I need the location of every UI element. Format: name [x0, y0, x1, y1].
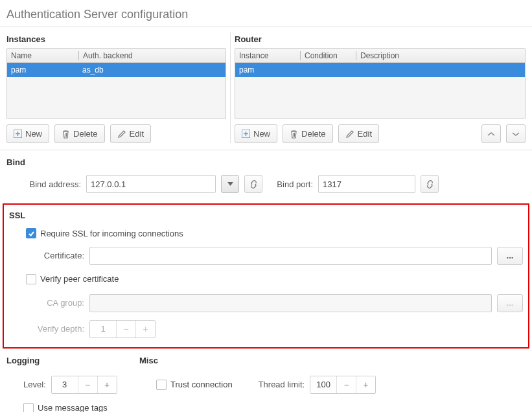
- ssl-cert-label: Certificate:: [26, 251, 84, 260]
- bind-address-input[interactable]: [86, 175, 216, 193]
- spin-minus-button[interactable]: −: [336, 376, 356, 393]
- router-new-button[interactable]: New: [235, 124, 277, 143]
- page-title: Authentication Server configuration: [0, 0, 532, 27]
- btn-label: Delete: [73, 129, 98, 139]
- checkbox-label: Trust connection: [170, 380, 233, 389]
- checkbox-label: Verify peer certificate: [40, 274, 119, 284]
- spin-plus-button[interactable]: +: [356, 376, 375, 393]
- router-header: Instance Condition Description: [235, 49, 525, 63]
- table-row[interactable]: pam as_db: [7, 63, 226, 77]
- col-backend[interactable]: Auth. backend: [79, 49, 226, 62]
- btn-label: Delete: [301, 129, 326, 139]
- trash-icon: [290, 130, 298, 139]
- col-description[interactable]: Description: [356, 49, 525, 62]
- instances-title: Instances: [6, 32, 226, 48]
- ssl-depth-input: [90, 321, 116, 338]
- ssl-cagroup-input: [89, 294, 492, 312]
- ssl-cagroup-browse-button: ...: [497, 294, 523, 312]
- chevron-up-icon: [487, 132, 495, 137]
- spin-minus-button: −: [116, 321, 135, 338]
- spin-plus-button[interactable]: +: [97, 376, 117, 393]
- router-grid[interactable]: Instance Condition Description pam: [235, 48, 526, 119]
- instances-new-button[interactable]: New: [6, 124, 49, 143]
- link-icon: [425, 179, 435, 189]
- bind-address-label: Bind address:: [19, 179, 81, 189]
- btn-label: New: [253, 129, 270, 139]
- trash-icon: [62, 130, 70, 139]
- chevron-down-icon: [512, 132, 520, 137]
- checkbox-label: Use message tags: [38, 403, 108, 412]
- bind-address-dropdown[interactable]: [221, 175, 239, 193]
- table-row[interactable]: pam: [235, 63, 525, 77]
- ssl-cert-input[interactable]: [89, 247, 492, 265]
- cell-condition: [300, 63, 355, 77]
- logging-tags-checkbox[interactable]: Use message tags: [23, 403, 108, 413]
- bind-port-input[interactable]: [318, 175, 415, 193]
- ssl-depth-spinner: − +: [89, 320, 156, 338]
- router-move-up-button[interactable]: [481, 124, 501, 143]
- btn-label: Edit: [358, 129, 372, 139]
- logging-level-spinner[interactable]: − +: [51, 376, 117, 394]
- col-name[interactable]: Name: [7, 49, 78, 62]
- router-move-down-button[interactable]: [506, 124, 526, 143]
- bind-address-link-button[interactable]: [244, 175, 262, 193]
- cell-backend: as_db: [78, 63, 226, 77]
- checkbox-label: Require SSL for incoming connections: [40, 229, 183, 238]
- cell-name: pam: [7, 63, 78, 77]
- cell-instance: pam: [235, 63, 300, 77]
- ssl-cagroup-label: CA group:: [26, 298, 84, 308]
- ssl-cert-browse-button[interactable]: ...: [497, 247, 523, 265]
- misc-trust-checkbox[interactable]: Trust connection: [156, 380, 233, 390]
- logging-level-input[interactable]: [52, 376, 78, 393]
- pencil-icon: [345, 130, 354, 139]
- misc-thread-label: Thread limit:: [259, 380, 305, 389]
- logging-title: Logging: [6, 354, 139, 369]
- btn-label: Edit: [130, 129, 144, 139]
- misc-thread-spinner[interactable]: − +: [310, 376, 376, 394]
- triangle-down-icon: [227, 182, 233, 186]
- bind-port-link-button[interactable]: [421, 175, 439, 193]
- misc-title: Misc: [139, 354, 526, 369]
- ssl-title: SSL: [9, 209, 523, 224]
- cell-description: [355, 63, 525, 77]
- btn-label: New: [25, 129, 42, 139]
- instances-grid[interactable]: Name Auth. backend pam as_db: [6, 48, 226, 119]
- plus-icon: [242, 130, 250, 138]
- spin-plus-button: +: [135, 321, 155, 338]
- ssl-verify-checkbox[interactable]: Verify peer certificate: [26, 274, 119, 284]
- spin-minus-button[interactable]: −: [78, 376, 97, 393]
- plus-icon: [14, 130, 22, 138]
- ssl-require-checkbox[interactable]: Require SSL for incoming connections: [26, 228, 183, 238]
- link-icon: [249, 179, 259, 189]
- col-instance[interactable]: Instance: [235, 49, 300, 62]
- router-delete-button[interactable]: Delete: [283, 124, 333, 143]
- col-condition[interactable]: Condition: [301, 49, 356, 62]
- bind-port-label: Bind port:: [268, 179, 313, 189]
- misc-thread-input[interactable]: [310, 376, 336, 393]
- instances-delete-button[interactable]: Delete: [54, 124, 105, 143]
- router-title: Router: [235, 32, 526, 48]
- router-edit-button[interactable]: Edit: [338, 124, 379, 143]
- bind-title: Bind: [6, 155, 526, 171]
- instances-edit-button[interactable]: Edit: [110, 124, 151, 143]
- pencil-icon: [117, 130, 126, 139]
- ssl-section-highlight: SSL Require SSL for incoming connections…: [3, 203, 529, 349]
- logging-level-label: Level:: [23, 380, 46, 389]
- ssl-depth-label: Verify depth:: [26, 324, 84, 334]
- instances-header: Name Auth. backend: [7, 49, 226, 63]
